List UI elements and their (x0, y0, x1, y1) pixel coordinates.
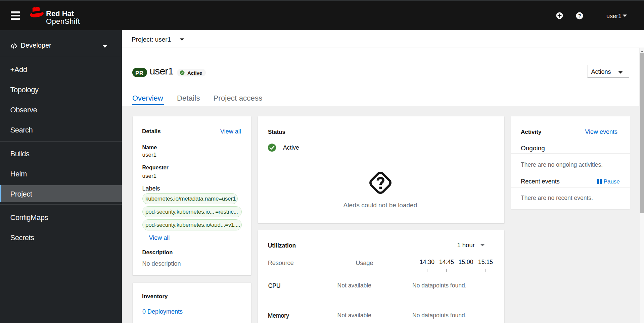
svg-text:?: ? (578, 13, 581, 18)
